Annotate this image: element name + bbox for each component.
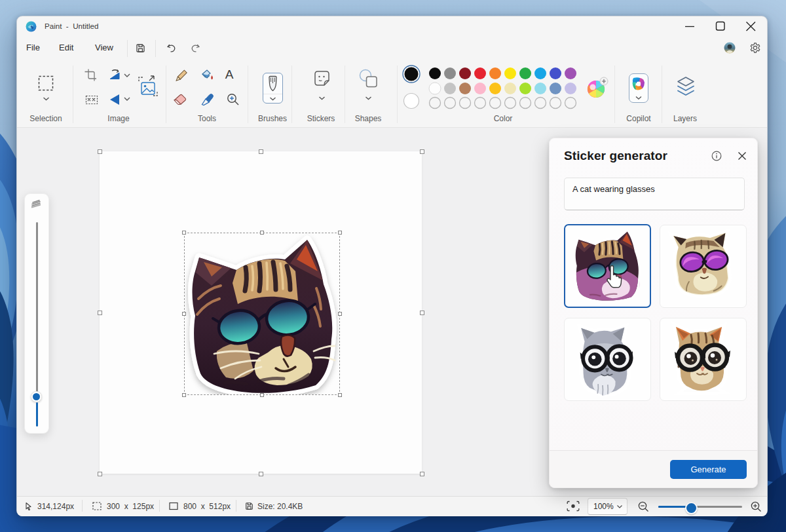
- svg-text:A: A: [225, 67, 234, 81]
